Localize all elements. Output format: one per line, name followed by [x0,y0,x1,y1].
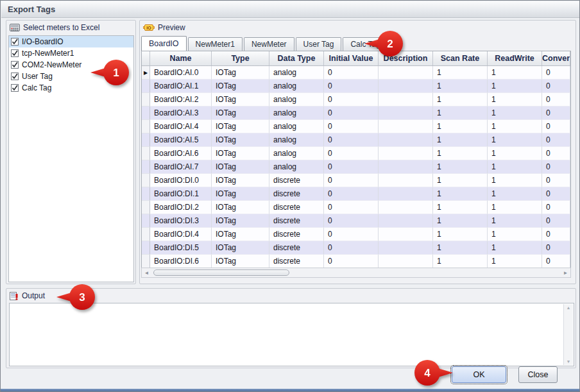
table-cell[interactable] [379,133,433,147]
table-cell[interactable]: 0 [542,160,570,174]
table-cell[interactable]: discrete [269,255,324,268]
column-header[interactable]: Scan Rate [433,51,488,65]
table-cell[interactable]: IOTag [212,228,269,241]
table-cell[interactable]: 0 [542,255,570,268]
table-cell[interactable]: 1 [433,147,488,160]
table-cell[interactable]: 1 [488,66,542,80]
table-cell[interactable]: BoardIO:DI.3 [150,214,212,228]
table-cell[interactable]: 1 [488,241,542,255]
table-cell[interactable]: IOTag [212,160,269,174]
table-row[interactable]: BoardIO:DI.2IOTagdiscrete0110 [142,201,570,214]
table-cell[interactable]: analog [269,66,324,80]
table-cell[interactable]: 0 [542,120,570,133]
scroll-left-arrow-icon[interactable]: ◄ [142,270,151,276]
table-cell[interactable]: 0 [324,120,379,133]
table-cell[interactable]: 0 [324,93,379,107]
table-cell[interactable]: 0 [542,187,570,201]
titlebar[interactable]: Export Tags [1,1,579,18]
table-row[interactable]: BoardIO:DI.3IOTagdiscrete0110 [142,214,570,228]
table-cell[interactable] [379,66,433,80]
table-cell[interactable]: 1 [488,214,542,228]
table-cell[interactable]: IOTag [212,133,269,147]
table-cell[interactable] [379,255,433,268]
table-cell[interactable] [379,241,433,255]
table-cell[interactable]: IOTag [212,120,269,133]
checkbox-checked-icon[interactable] [11,72,19,80]
table-cell[interactable] [379,80,433,93]
table-cell[interactable]: BoardIO:AI.6 [150,147,212,160]
table-cell[interactable]: analog [269,107,324,120]
table-row[interactable]: BoardIO:DI.1IOTagdiscrete0110 [142,187,570,201]
table-cell[interactable]: 1 [433,160,488,174]
table-cell[interactable] [379,201,433,214]
table-cell[interactable]: 1 [488,174,542,187]
table-cell[interactable]: 0 [324,80,379,93]
close-button[interactable]: Close [518,366,558,383]
table-cell[interactable]: discrete [269,201,324,214]
table-cell[interactable]: BoardIO:AI.2 [150,93,212,107]
table-cell[interactable]: 1 [488,160,542,174]
table-cell[interactable]: 1 [433,93,488,107]
table-cell[interactable]: 0 [542,241,570,255]
table-row[interactable]: ▶BoardIO:AI.0IOTaganalog0110 [142,66,570,80]
table-cell[interactable]: analog [269,93,324,107]
table-cell[interactable]: BoardIO:DI.0 [150,174,212,187]
table-row[interactable]: BoardIO:AI.1IOTaganalog0110 [142,80,570,93]
table-cell[interactable]: 0 [542,214,570,228]
table-row[interactable]: BoardIO:AI.3IOTaganalog0110 [142,107,570,120]
table-row[interactable]: BoardIO:AI.4IOTaganalog0110 [142,120,570,133]
tab-boardio[interactable]: BoardIO [141,36,187,51]
table-cell[interactable]: IOTag [212,255,269,268]
table-cell[interactable]: BoardIO:AI.4 [150,120,212,133]
table-cell[interactable]: 0 [542,201,570,214]
checkbox-checked-icon[interactable] [11,84,19,92]
table-cell[interactable]: 0 [324,241,379,255]
table-cell[interactable]: BoardIO:DI.6 [150,255,212,268]
table-cell[interactable]: 1 [488,187,542,201]
table-cell[interactable]: 1 [433,174,488,187]
table-row[interactable]: BoardIO:AI.7IOTaganalog0110 [142,160,570,174]
table-row[interactable]: BoardIO:DI.6IOTagdiscrete0110 [142,255,570,268]
tab-newmeter[interactable]: NewMeter [244,37,294,51]
table-cell[interactable]: 1 [488,107,542,120]
table-cell[interactable] [379,120,433,133]
table-cell[interactable]: 0 [324,228,379,241]
table-cell[interactable]: 0 [324,133,379,147]
checkbox-checked-icon[interactable] [11,49,19,57]
table-cell[interactable]: IOTag [212,174,269,187]
table-cell[interactable]: IOTag [212,147,269,160]
table-cell[interactable]: IOTag [212,201,269,214]
table-cell[interactable]: BoardIO:DI.2 [150,201,212,214]
table-cell[interactable] [379,214,433,228]
table-cell[interactable]: analog [269,80,324,93]
table-cell[interactable]: 1 [488,228,542,241]
table-cell[interactable]: 0 [324,147,379,160]
table-cell[interactable]: IOTag [212,93,269,107]
table-cell[interactable]: BoardIO:DI.4 [150,228,212,241]
checkbox-checked-icon[interactable] [11,38,19,46]
table-row[interactable]: BoardIO:AI.5IOTaganalog0110 [142,133,570,147]
table-cell[interactable]: 0 [324,201,379,214]
meters-list-item[interactable]: I/O-BoardIO [9,36,133,47]
table-cell[interactable]: 1 [433,187,488,201]
table-row[interactable]: BoardIO:AI.2IOTaganalog0110 [142,93,570,107]
table-cell[interactable] [379,174,433,187]
table-cell[interactable]: 0 [324,255,379,268]
table-cell[interactable]: IOTag [212,187,269,201]
table-cell[interactable]: discrete [269,214,324,228]
table-cell[interactable]: 1 [433,228,488,241]
table-cell[interactable]: 0 [542,93,570,107]
column-header[interactable]: Data Type [269,51,324,65]
table-cell[interactable]: 0 [324,107,379,120]
table-cell[interactable]: BoardIO:AI.7 [150,160,212,174]
table-cell[interactable]: 1 [433,133,488,147]
table-cell[interactable] [379,228,433,241]
table-row[interactable]: BoardIO:DI.4IOTagdiscrete0110 [142,228,570,241]
table-cell[interactable]: discrete [269,187,324,201]
table-cell[interactable]: BoardIO:AI.1 [150,80,212,93]
table-cell[interactable]: 0 [542,228,570,241]
table-cell[interactable]: 0 [324,174,379,187]
table-row[interactable]: BoardIO:AI.6IOTaganalog0110 [142,147,570,160]
ok-button[interactable]: OK [452,366,506,383]
table-cell[interactable]: 1 [433,201,488,214]
